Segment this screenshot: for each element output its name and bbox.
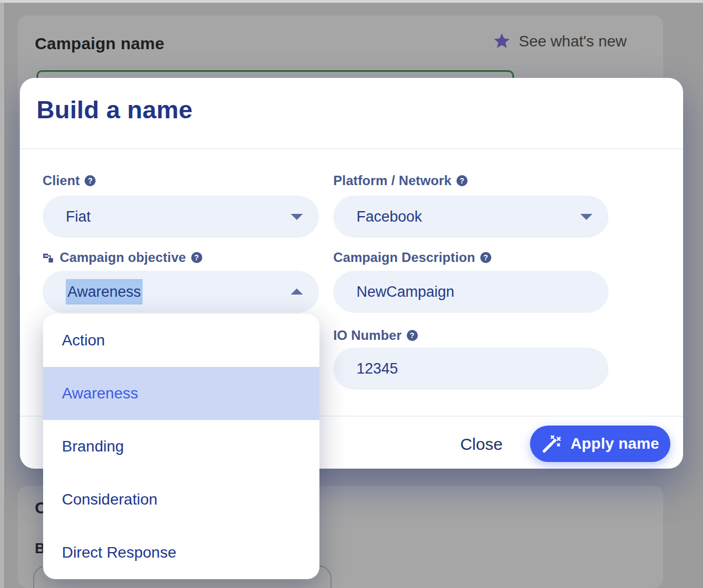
help-icon[interactable]: ? [480, 252, 491, 263]
description-label: Campaign Description ? [333, 250, 608, 265]
platform-select[interactable]: Facebook [333, 196, 608, 238]
client-label-text: Client [43, 173, 80, 188]
dropdown-option-branding[interactable]: Branding [43, 420, 319, 473]
io-number-label: IO Number ? [333, 328, 608, 343]
help-icon[interactable]: ? [85, 175, 96, 186]
magic-wand-icon [541, 434, 562, 454]
description-value: NewCampaign [356, 271, 454, 313]
objective-label-text: Campaign objective [60, 250, 186, 265]
dropdown-option-awareness-selected[interactable]: Awareness [43, 367, 319, 420]
window-top-edge [0, 0, 703, 3]
io-number-label-text: IO Number [333, 328, 402, 343]
chevron-up-icon [291, 288, 303, 295]
client-select[interactable]: Fiat [43, 196, 319, 238]
help-icon[interactable]: ? [407, 330, 418, 341]
io-number-value: 12345 [356, 348, 398, 390]
client-value: Fiat [66, 196, 91, 238]
objective-combobox[interactable]: Awareness [43, 271, 319, 313]
help-icon[interactable]: ? [457, 175, 468, 186]
dropdown-option-action[interactable]: Action [43, 314, 319, 367]
platform-value: Facebook [356, 196, 422, 238]
close-button[interactable]: Close [457, 432, 506, 457]
window-left-edge [0, 3, 5, 588]
chevron-down-icon [580, 214, 592, 220]
objective-dropdown-list: Action Awareness Branding Consideration … [43, 314, 319, 579]
dropdown-option-consideration[interactable]: Consideration [43, 473, 319, 526]
apply-name-label: Apply name [570, 435, 659, 453]
objective-label: Campaign objective ? [43, 250, 319, 265]
description-input[interactable]: NewCampaign [333, 271, 608, 313]
screen: Campaign name See what's new C B Build a… [0, 0, 703, 588]
objective-value: Awareness [66, 271, 143, 313]
apply-name-button[interactable]: Apply name [530, 426, 670, 462]
chevron-down-icon [291, 214, 303, 220]
dialog-title: Build a name [36, 96, 192, 124]
platform-label: Platform / Network ? [333, 173, 608, 188]
selected-text: Awareness [66, 279, 143, 305]
hierarchy-icon [43, 251, 55, 264]
header-divider [20, 148, 683, 149]
platform-label-text: Platform / Network [333, 173, 452, 188]
description-label-text: Campaign Description [333, 250, 475, 265]
io-number-input[interactable]: 12345 [333, 348, 608, 390]
help-icon[interactable]: ? [191, 252, 202, 263]
dropdown-option-direct-response[interactable]: Direct Response [43, 526, 319, 579]
client-label: Client ? [43, 173, 319, 188]
